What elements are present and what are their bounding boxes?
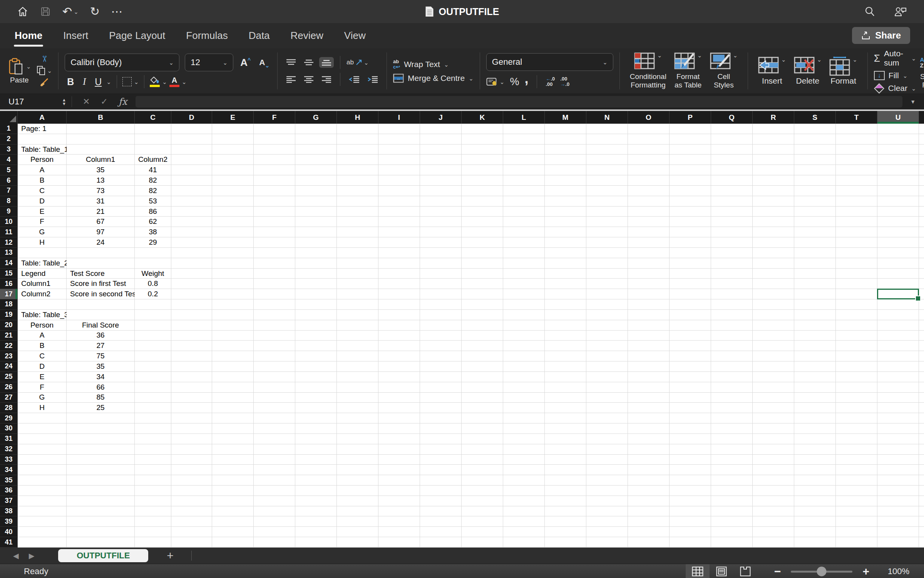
cell-N13[interactable] [586,248,628,258]
cell-G15[interactable] [295,269,337,279]
cell-G17[interactable] [295,289,337,299]
cell-O38[interactable] [628,506,670,517]
cell-J33[interactable] [420,455,462,465]
cell-P25[interactable] [670,372,711,382]
cell-O34[interactable] [628,465,670,475]
clear-button[interactable]: Clear ⌄ [874,84,916,93]
cell-overflow[interactable] [919,351,924,361]
cell-A13[interactable] [18,248,67,258]
row-header-11[interactable]: 11 [0,227,18,237]
cell-T5[interactable] [836,165,877,175]
cell-T32[interactable] [836,444,877,455]
cell-E4[interactable] [212,155,254,165]
cell-E9[interactable] [212,207,254,217]
cell-J35[interactable] [420,475,462,486]
cell-O3[interactable] [628,144,670,155]
cell-G36[interactable] [295,486,337,496]
cell-G14[interactable] [295,258,337,269]
cell-K20[interactable] [462,320,503,331]
cell-I3[interactable] [378,144,420,155]
cell-S19[interactable] [794,310,836,320]
cell-F15[interactable] [254,269,295,279]
cell-I4[interactable] [378,155,420,165]
cell-S25[interactable] [794,372,836,382]
cell-Q7[interactable] [711,186,753,196]
cell-S20[interactable] [794,320,836,331]
cell-U31[interactable] [877,434,919,444]
cell-R37[interactable] [753,496,794,506]
cell-O7[interactable] [628,186,670,196]
cell-S10[interactable] [794,217,836,227]
cell-P27[interactable] [670,393,711,403]
borders-button[interactable]: ⌄ [122,77,139,86]
cell-C29[interactable] [135,413,171,423]
cell-F37[interactable] [254,496,295,506]
cell-Q35[interactable] [711,475,753,486]
cell-H27[interactable] [337,393,378,403]
cell-L13[interactable] [503,248,545,258]
paste-button[interactable]: ⌄ Paste [8,57,31,84]
cell-M3[interactable] [545,144,586,155]
cell-R19[interactable] [753,310,794,320]
cell-T31[interactable] [836,434,877,444]
cell-N20[interactable] [586,320,628,331]
cell-B28[interactable]: 25 [67,403,135,413]
cell-M17[interactable] [545,289,586,299]
cell-I17[interactable] [378,289,420,299]
chevron-down-icon[interactable]: ⌄ [903,73,908,79]
cell-R35[interactable] [753,475,794,486]
cell-O37[interactable] [628,496,670,506]
cell-M32[interactable] [545,444,586,455]
cell-A32[interactable] [18,444,67,455]
row-header-10[interactable]: 10 [0,217,18,227]
cell-Q25[interactable] [711,372,753,382]
enter-icon[interactable]: ✓ [100,97,107,107]
cell-T6[interactable] [836,175,877,186]
cell-M31[interactable] [545,434,586,444]
cell-F40[interactable] [254,527,295,537]
cell-L39[interactable] [503,516,545,527]
cell-U33[interactable] [877,455,919,465]
cell-P28[interactable] [670,403,711,413]
cell-G37[interactable] [295,496,337,506]
cell-S41[interactable] [794,537,836,548]
fill-color-button[interactable] [150,77,160,87]
cell-G23[interactable] [295,351,337,361]
cell-A18[interactable] [18,299,67,310]
cell-S27[interactable] [794,393,836,403]
cell-U25[interactable] [877,372,919,382]
cell-G39[interactable] [295,516,337,527]
cell-T40[interactable] [836,527,877,537]
redo-button[interactable]: ↻ [90,6,100,17]
cell-U9[interactable] [877,207,919,217]
cell-T17[interactable] [836,289,877,299]
cell-J16[interactable] [420,279,462,289]
cell-B4[interactable]: Column1 [67,155,135,165]
cell-R23[interactable] [753,351,794,361]
cell-D32[interactable] [171,444,212,455]
cell-S24[interactable] [794,361,836,372]
cell-E5[interactable] [212,165,254,175]
cell-T30[interactable] [836,423,877,434]
cell-G35[interactable] [295,475,337,486]
align-bottom-button[interactable] [319,57,334,68]
cell-D1[interactable] [171,124,212,134]
cell-B25[interactable]: 34 [67,372,135,382]
cell-G34[interactable] [295,465,337,475]
cell-O11[interactable] [628,227,670,237]
cell-R5[interactable] [753,165,794,175]
cell-F7[interactable] [254,186,295,196]
chevron-down-icon[interactable]: ⌄ [697,52,702,58]
cell-D17[interactable] [171,289,212,299]
cell-L40[interactable] [503,527,545,537]
save-icon[interactable] [40,6,51,17]
cell-O8[interactable] [628,196,670,207]
cell-H14[interactable] [337,258,378,269]
column-header-J[interactable]: J [420,111,462,124]
cell-N7[interactable] [586,186,628,196]
cell-O30[interactable] [628,423,670,434]
cell-overflow[interactable] [919,175,924,186]
cell-H29[interactable] [337,413,378,423]
row-header-23[interactable]: 23 [0,351,18,361]
cell-K34[interactable] [462,465,503,475]
